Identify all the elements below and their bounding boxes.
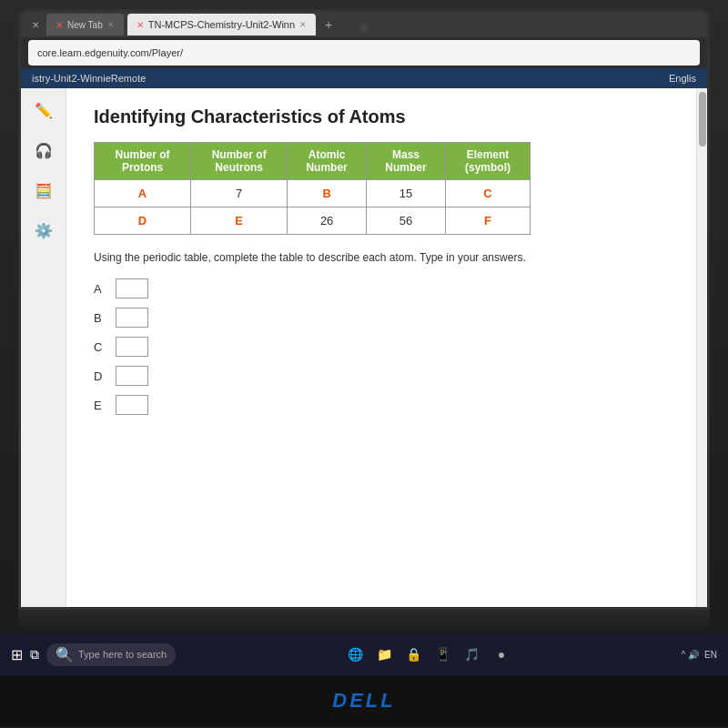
folder-icon[interactable]: 📁 — [374, 643, 396, 665]
row2-col2: E — [191, 207, 288, 235]
camera-dot — [360, 25, 368, 32]
system-tray: ^ 🔊 — [682, 650, 699, 660]
taskbar: ⊞ ⧉ 🔍 Type here to search 🌐 📁 🔒 📱 🎵 ● ^ … — [0, 633, 728, 675]
row1-col3: B — [288, 180, 367, 207]
screen-area: ✕ ✕ New Tab ✕ ✕ TN-MCPS-Chemistry-Unit2-… — [18, 9, 710, 610]
inactive-tab-close[interactable]: ✕ — [107, 20, 115, 29]
row2-col4: 56 — [367, 207, 446, 235]
address-text: core.learn.edgenuity.com/Player/ — [37, 47, 183, 58]
laptop-bezel — [18, 610, 710, 630]
row1-col1: A — [95, 180, 191, 207]
breadcrumb-left: istry-Unit2-WinnieRemote — [32, 73, 146, 84]
dell-area: DELL — [0, 675, 728, 726]
main-content: Identifying Characteristics of Atoms Num… — [66, 88, 696, 610]
sidebar-icon-settings[interactable]: ⚙️ — [31, 217, 56, 243]
answer-label-b: B — [94, 311, 108, 325]
row1-col4: 15 — [367, 180, 446, 207]
breadcrumb-bar: istry-Unit2-WinnieRemote Englis — [21, 68, 707, 88]
taskbar-search-label: Type here to search — [78, 649, 167, 660]
row1-col5: C — [445, 180, 530, 207]
answer-row-d: D — [94, 366, 669, 386]
app-icon-3[interactable]: ● — [490, 643, 512, 665]
inactive-tab-label: New Tab — [67, 20, 103, 30]
taskbar-left: ⊞ ⧉ 🔍 Type here to search — [11, 643, 176, 666]
sidebar: ✏️ 🎧 🧮 ⚙️ — [21, 88, 66, 610]
active-tab-label: TN-MCPS-Chemistry-Unit2-Winn — [148, 19, 295, 30]
active-tab[interactable]: ✕ TN-MCPS-Chemistry-Unit2-Winn ✕ — [127, 14, 316, 35]
taskbar-right: ^ 🔊 EN — [682, 650, 717, 660]
new-tab-button[interactable]: + — [319, 17, 338, 32]
scrollbar-thumb[interactable] — [699, 92, 706, 147]
answer-input-a[interactable] — [116, 278, 148, 298]
atom-table: Number ofProtons Number ofNeutrons Atomi… — [94, 142, 531, 235]
breadcrumb-right: Englis — [669, 73, 696, 84]
row2-col3: 26 — [288, 207, 367, 235]
browser-chrome: ✕ ✕ New Tab ✕ ✕ TN-MCPS-Chemistry-Unit2-… — [21, 12, 707, 88]
answer-row-b: B — [94, 308, 669, 328]
taskbar-search[interactable]: 🔍 Type here to search — [46, 643, 176, 666]
table-row-1: A 7 B 15 C — [95, 180, 531, 207]
col-header-element: Element(symbol) — [445, 143, 530, 180]
col-header-atomic: AtomicNumber — [288, 143, 367, 180]
content-area: ✏️ 🎧 🧮 ⚙️ Identifying Characteristics of… — [21, 88, 707, 610]
taskbar-icons: 🌐 📁 🔒 📱 🎵 ● — [345, 643, 512, 665]
answer-row-a: A — [94, 278, 669, 298]
row1-col2: 7 — [191, 180, 288, 207]
row2-col5: F — [445, 207, 530, 235]
col-header-protons: Number ofProtons — [95, 143, 191, 180]
table-row-2: D E 26 56 F — [95, 207, 531, 235]
instruction-text: Using the periodic table, complete the t… — [94, 251, 669, 264]
start-button[interactable]: ⊞ — [11, 646, 23, 663]
clock: EN — [704, 650, 717, 660]
address-bar[interactable]: core.learn.edgenuity.com/Player/ — [28, 40, 700, 66]
col-header-mass: MassNumber — [367, 143, 446, 180]
app-icon-1[interactable]: 📱 — [432, 643, 454, 665]
scrollbar[interactable] — [696, 88, 707, 610]
sidebar-icon-headphones[interactable]: 🎧 — [31, 137, 56, 163]
lock-icon[interactable]: 🔒 — [403, 643, 425, 665]
col-header-neutrons: Number ofNeutrons — [191, 143, 288, 180]
page-title: Identifying Characteristics of Atoms — [94, 106, 669, 127]
app-icon-2[interactable]: 🎵 — [461, 643, 483, 665]
answer-input-e[interactable] — [116, 395, 148, 415]
dell-logo: DELL — [332, 689, 395, 713]
sidebar-icon-pencil[interactable]: ✏️ — [31, 97, 56, 123]
answer-row-e: E — [94, 395, 669, 415]
answer-row-c: C — [94, 337, 669, 357]
answer-input-b[interactable] — [116, 308, 148, 328]
sidebar-icon-calculator[interactable]: 🧮 — [31, 177, 56, 203]
active-tab-close[interactable]: ✕ — [299, 20, 307, 29]
search-icon: 🔍 — [56, 646, 74, 663]
task-view-button[interactable]: ⧉ — [30, 647, 39, 662]
answer-input-d[interactable] — [116, 366, 148, 386]
inactive-tab[interactable]: ✕ New Tab ✕ — [46, 14, 124, 35]
laptop-outer: ✕ ✕ New Tab ✕ ✕ TN-MCPS-Chemistry-Unit2-… — [0, 0, 728, 728]
tab-close-inactive[interactable]: ✕ — [28, 18, 43, 32]
answer-label-e: E — [94, 399, 108, 412]
answer-input-c[interactable] — [116, 337, 148, 357]
answer-label-a: A — [94, 282, 108, 296]
answer-label-c: C — [94, 340, 108, 354]
row2-col1: D — [95, 207, 191, 235]
answer-label-d: D — [94, 369, 108, 383]
edge-icon[interactable]: 🌐 — [345, 643, 367, 665]
